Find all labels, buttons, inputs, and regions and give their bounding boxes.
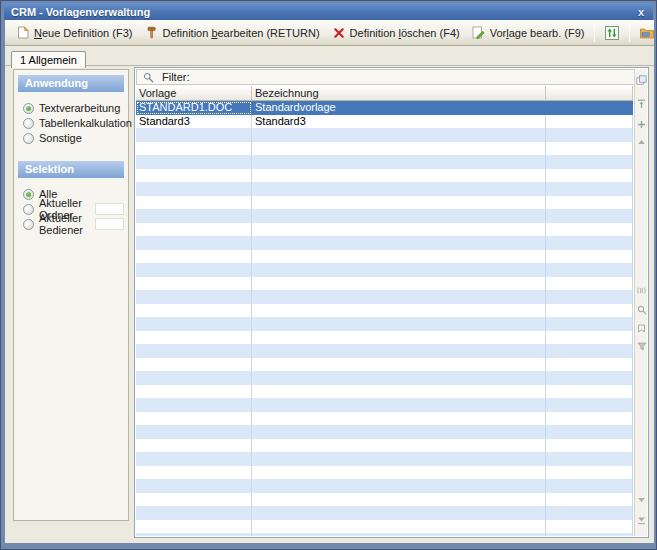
toolbar-button-definition-bearbeiten[interactable]: Definition bearbeiten (RETURN) [138, 23, 325, 43]
table-cell [136, 196, 252, 210]
sidebar-option-input[interactable] [95, 218, 124, 230]
title-bar: CRM - Vorlagenverwaltung x [4, 3, 653, 20]
table-row-empty [136, 263, 633, 277]
grid-tool-bookmark-icon[interactable] [635, 321, 648, 335]
table-row-empty [136, 439, 633, 453]
table-row-empty [136, 155, 633, 169]
tab-allgemein[interactable]: 1 Allgemein [11, 51, 86, 68]
radio-option-row[interactable]: Aktueller Bediener [23, 217, 124, 231]
table-cell [136, 263, 252, 277]
radio-option-row[interactable]: Textverarbeitung [23, 101, 124, 115]
table-row-empty [136, 412, 633, 426]
radio-option-label: Textverarbeitung [39, 102, 120, 114]
table-cell [252, 209, 546, 223]
sidebar: AnwendungTextverarbeitungTabellenkalkula… [13, 69, 129, 521]
table-cell [546, 371, 633, 385]
grid-body: STANDARD1.DOCStandardvorlageStandard3Sta… [136, 101, 633, 536]
grid-tool-column-chooser-icon[interactable] [635, 73, 648, 87]
column-header-vorlage[interactable]: Vorlage [136, 86, 252, 101]
grid-filter-bar[interactable]: Filter: [136, 69, 647, 85]
table-cell [136, 236, 252, 250]
toolbar-button-word-steuerformate[interactable]: Word-Steuerformate (F6) [634, 23, 657, 43]
table-cell [136, 182, 252, 196]
grid-tool-add-icon[interactable] [635, 117, 648, 131]
table-cell [136, 169, 252, 183]
radio-option-row[interactable]: Sonstige [23, 131, 124, 145]
table-row-empty [136, 371, 633, 385]
table-cell [136, 479, 252, 493]
table-cell [546, 398, 633, 412]
table-cell [546, 331, 633, 345]
table-cell [546, 533, 633, 536]
table-cell [252, 452, 546, 466]
table-cell [136, 304, 252, 318]
radio-icon[interactable] [23, 204, 34, 215]
radio-icon[interactable] [23, 219, 34, 230]
table-row-empty [136, 493, 633, 507]
table-cell [136, 466, 252, 480]
toolbar-button-vorlage-bearb[interactable]: Vorlage bearb. (F9) [466, 23, 591, 43]
radio-icon[interactable] [23, 118, 34, 129]
table-row-empty [136, 358, 633, 372]
table-cell [546, 479, 633, 493]
radio-icon[interactable] [23, 189, 34, 200]
table-cell [546, 155, 633, 169]
radio-option-label: Tabellenkalkulation [39, 117, 132, 129]
table-cell [546, 520, 633, 534]
toolbar-button-definition-loeschen[interactable]: Definition löschen (F4) [326, 23, 466, 43]
table-cell [546, 466, 633, 480]
radio-option-row[interactable]: Tabellenkalkulation [23, 116, 124, 130]
table-row-empty [136, 209, 633, 223]
table-cell [252, 439, 546, 453]
column-header-extra[interactable] [546, 86, 633, 101]
sidebar-section-title: Selektion [18, 161, 124, 178]
column-header-bezeichnung[interactable]: Bezeichnung [252, 86, 546, 101]
table-row[interactable]: Standard3Standard3 [136, 115, 633, 129]
table-cell [546, 169, 633, 183]
table-row-empty [136, 344, 633, 358]
toolbar-separator [594, 24, 595, 42]
radio-icon[interactable] [23, 103, 34, 114]
table-cell [136, 223, 252, 237]
grid-tool-scroll-up-icon[interactable] [635, 135, 648, 149]
table-row-empty [136, 506, 633, 520]
table-row-empty [136, 223, 633, 237]
table-cell [136, 155, 252, 169]
table-row-empty [136, 128, 633, 142]
grid-tool-search-icon[interactable] [635, 303, 648, 317]
table-row-empty [136, 479, 633, 493]
table-cell [136, 385, 252, 399]
table-cell [136, 520, 252, 534]
table-row[interactable]: STANDARD1.DOCStandardvorlage [136, 101, 633, 115]
table-cell [136, 452, 252, 466]
table-cell [546, 101, 633, 115]
table-cell [252, 412, 546, 426]
radio-icon[interactable] [23, 133, 34, 144]
table-cell [546, 142, 633, 156]
close-icon[interactable]: x [636, 6, 646, 18]
table-cell [546, 344, 633, 358]
table-cell [252, 506, 546, 520]
grid-tool-scroll-last-icon[interactable] [635, 513, 648, 527]
filter-label: Filter: [162, 71, 190, 83]
edit-page-icon [472, 26, 486, 40]
table-cell [546, 439, 633, 453]
toolbar: Neue Definition (F3)Definition bearbeite… [5, 20, 654, 46]
table-cell [252, 142, 546, 156]
grid-tool-scroll-down-icon[interactable] [635, 493, 648, 507]
toolbar-button-aktualisieren[interactable] [599, 23, 625, 43]
table-cell [546, 425, 633, 439]
table-cell [252, 385, 546, 399]
table-row-empty [136, 290, 633, 304]
grid-tool-resize-icon[interactable] [635, 283, 648, 297]
table-row-empty [136, 304, 633, 318]
table-cell [136, 209, 252, 223]
sidebar-option-input[interactable] [95, 203, 124, 215]
new-document-icon [16, 26, 30, 40]
table-cell [136, 344, 252, 358]
table-cell [252, 236, 546, 250]
grid-tool-filter-icon[interactable] [635, 339, 648, 353]
toolbar-button-neue-definition[interactable]: Neue Definition (F3) [10, 23, 138, 43]
table-cell [546, 412, 633, 426]
grid-tool-sort-top-icon[interactable] [635, 97, 648, 111]
